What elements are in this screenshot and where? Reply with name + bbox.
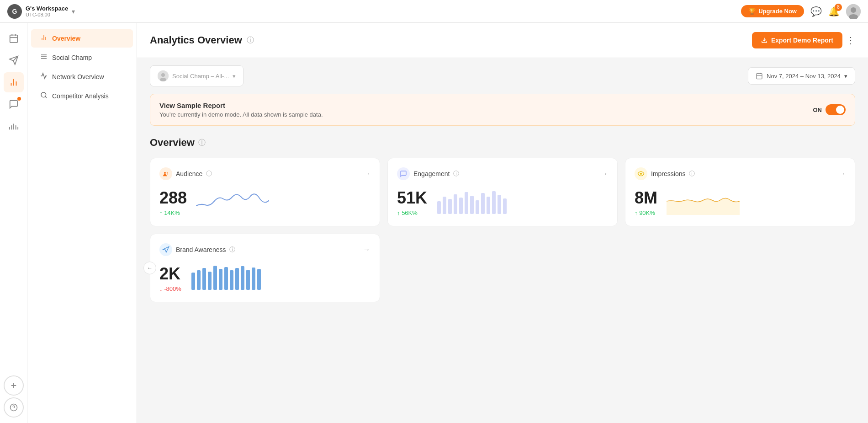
svg-rect-60 xyxy=(230,270,233,290)
svg-rect-53 xyxy=(191,273,195,290)
demo-mode-toggle[interactable] xyxy=(826,104,846,115)
svg-rect-57 xyxy=(213,266,217,290)
demo-toggle-wrapper: ON xyxy=(813,104,846,115)
filter-dropdown-arrow-icon: ▾ xyxy=(233,73,236,80)
svg-rect-61 xyxy=(235,268,239,290)
impressions-info-icon[interactable]: ⓘ xyxy=(689,170,695,178)
sidebar-icon-analytics[interactable] xyxy=(4,72,24,92)
brand-awareness-card-title: Brand Awareness xyxy=(176,246,226,253)
workspace-avatar: G xyxy=(7,4,22,19)
brand-awareness-card: Brand Awareness ⓘ → 2K ↓ -800% xyxy=(150,234,380,302)
impressions-card-icon xyxy=(635,167,647,180)
svg-rect-40 xyxy=(443,197,446,214)
messages-icon[interactable]: 💬 xyxy=(810,6,822,17)
svg-rect-44 xyxy=(465,192,468,214)
date-range-picker[interactable]: Nov 7, 2024 – Nov 13, 2024 ▾ xyxy=(748,67,855,85)
sidebar-icon-listening[interactable] xyxy=(4,116,24,136)
sidebar-icon-send[interactable] xyxy=(4,50,24,70)
demo-banner-text: View Sample Report You're currently in d… xyxy=(159,102,323,118)
brand-awareness-sparkline xyxy=(191,263,370,293)
engagement-info-icon[interactable]: ⓘ xyxy=(453,170,459,178)
engagement-card: Engagement ⓘ → 51K ↑ 56K% xyxy=(387,158,618,226)
demo-banner: View Sample Report You're currently in d… xyxy=(150,94,855,126)
account-filter-dropdown[interactable]: Social Champ – All-... ▾ xyxy=(150,65,243,86)
competitor-analysis-nav-icon xyxy=(40,91,48,101)
impressions-sparkline xyxy=(667,187,846,217)
svg-rect-46 xyxy=(476,200,479,214)
svg-point-1 xyxy=(851,7,856,13)
upgrade-button[interactable]: 🏆 Upgrade Now xyxy=(741,5,804,17)
svg-rect-63 xyxy=(246,270,250,290)
more-options-button[interactable]: ⋮ xyxy=(846,35,855,46)
nav-item-competitor-analysis[interactable]: Competitor Analysis xyxy=(31,87,133,105)
notification-badge: 8 xyxy=(835,4,842,11)
collapse-sidebar-button[interactable]: ← xyxy=(143,262,156,274)
nav-item-social-champ[interactable]: Social Champ xyxy=(31,48,133,67)
user-avatar[interactable] xyxy=(846,4,861,19)
competitor-analysis-nav-label: Competitor Analysis xyxy=(52,92,109,100)
svg-rect-56 xyxy=(208,272,212,290)
svg-point-32 xyxy=(160,78,166,81)
page-title-info-icon[interactable]: ⓘ xyxy=(247,36,254,45)
engagement-card-title: Engagement xyxy=(413,170,450,177)
workspace-timezone: UTC-08:00 xyxy=(26,12,68,17)
demo-banner-title: View Sample Report xyxy=(159,102,323,109)
sidebar-icon-add[interactable] xyxy=(4,375,24,396)
engagement-arrow-button[interactable]: → xyxy=(601,170,608,178)
svg-rect-55 xyxy=(202,268,206,290)
brand-awareness-card-body: 2K ↓ -800% xyxy=(159,263,370,293)
brand-awareness-arrow-button[interactable]: → xyxy=(363,246,370,254)
svg-rect-3 xyxy=(10,35,17,43)
icon-sidebar xyxy=(0,23,27,423)
svg-rect-45 xyxy=(470,196,474,214)
impressions-change-arrow-icon: ↑ xyxy=(635,209,638,216)
impressions-card-header-left: Impressions ⓘ xyxy=(635,167,695,180)
audience-value: 288 xyxy=(159,188,187,208)
audience-info-icon[interactable]: ⓘ xyxy=(206,170,212,178)
icon-sidebar-bottom xyxy=(4,375,24,418)
impressions-card: Impressions ⓘ → 8M ↑ 90K% xyxy=(625,158,855,226)
cards-row-2: ← Brand Awareness ⓘ → xyxy=(150,234,855,302)
svg-point-37 xyxy=(164,172,166,174)
svg-rect-41 xyxy=(448,199,452,214)
section-info-icon[interactable]: ⓘ xyxy=(198,138,206,148)
network-overview-nav-label: Network Overview xyxy=(52,73,104,80)
section-header: Overview ⓘ xyxy=(150,133,855,149)
svg-rect-49 xyxy=(492,191,496,214)
toggle-label: ON xyxy=(813,107,822,113)
workspace-selector[interactable]: G G's Workspace UTC-08:00 ▾ xyxy=(7,4,75,19)
notifications-icon[interactable]: 🔔 8 xyxy=(828,6,840,17)
svg-rect-42 xyxy=(454,194,457,214)
engagement-value: 51K xyxy=(397,188,427,208)
audience-card-values: 288 ↑ 14K% xyxy=(159,188,187,216)
svg-point-38 xyxy=(167,172,168,173)
sidebar-icon-chat[interactable] xyxy=(4,94,24,114)
svg-rect-64 xyxy=(252,268,255,290)
date-picker-arrow-icon: ▾ xyxy=(844,73,847,80)
workspace-chevron-icon[interactable]: ▾ xyxy=(72,8,75,15)
impressions-change: ↑ 90K% xyxy=(635,209,657,216)
svg-rect-65 xyxy=(257,269,261,290)
overview-nav-icon xyxy=(40,34,48,43)
svg-point-52 xyxy=(640,173,642,175)
nav-item-overview[interactable]: Overview xyxy=(31,29,133,48)
overview-section: Overview ⓘ Audience ⓘ xyxy=(137,133,868,322)
nav-item-network-overview[interactable]: Network Overview xyxy=(31,68,133,86)
sidebar-icon-help[interactable] xyxy=(4,397,24,418)
export-demo-report-button[interactable]: Export Demo Report xyxy=(752,32,842,48)
impressions-card-title: Impressions xyxy=(651,170,685,177)
audience-arrow-button[interactable]: → xyxy=(363,170,370,178)
engagement-change: ↑ 56K% xyxy=(397,209,427,216)
svg-rect-43 xyxy=(459,198,463,214)
audience-change: ↑ 14K% xyxy=(159,209,187,216)
brand-awareness-info-icon[interactable]: ⓘ xyxy=(229,246,235,254)
svg-point-31 xyxy=(161,73,165,77)
network-overview-nav-icon xyxy=(40,72,48,81)
impressions-arrow-button[interactable]: → xyxy=(838,170,846,178)
svg-rect-39 xyxy=(437,201,441,214)
audience-card-title: Audience xyxy=(176,170,202,177)
filter-avatar xyxy=(158,70,169,81)
audience-card-icon xyxy=(159,167,172,180)
sidebar-icon-calendar[interactable] xyxy=(4,28,24,48)
engagement-card-values: 51K ↑ 56K% xyxy=(397,188,427,216)
